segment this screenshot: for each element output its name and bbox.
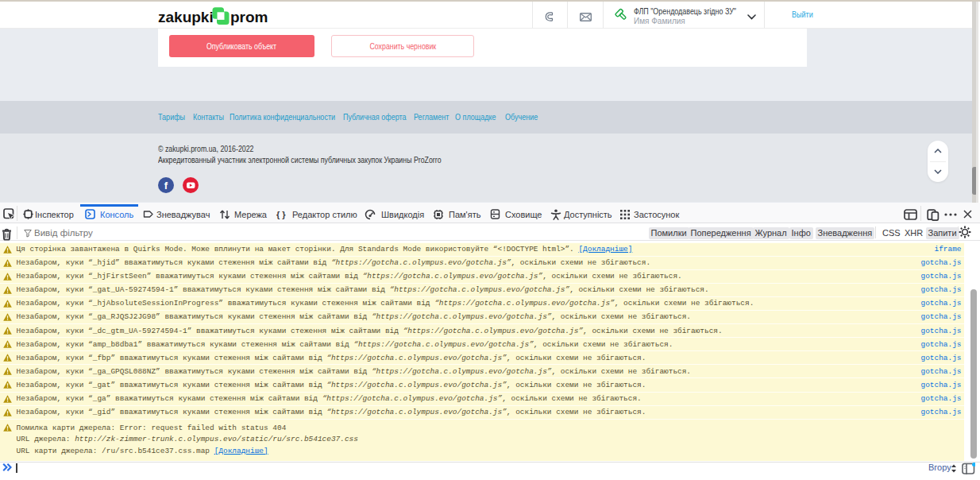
svg-text:prom: prom	[230, 9, 268, 25]
svg-text:zakupki: zakupki	[158, 9, 214, 25]
